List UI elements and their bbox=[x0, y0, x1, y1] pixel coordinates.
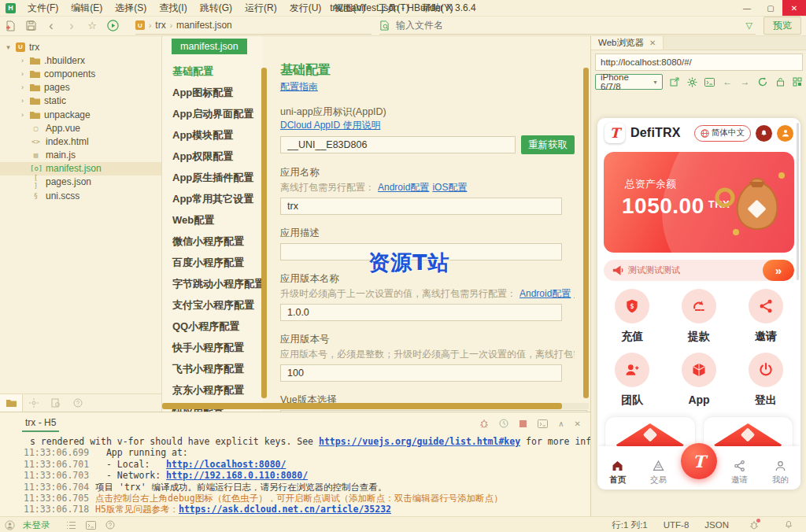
preview-button[interactable]: 预览 bbox=[763, 17, 801, 35]
collapse-icon[interactable]: ∧ bbox=[558, 419, 564, 428]
debug-icon[interactable] bbox=[479, 419, 489, 428]
caret-closed-icon[interactable]: › bbox=[19, 83, 26, 91]
tree-folder-static[interactable]: › static bbox=[0, 94, 161, 108]
menu-select[interactable]: 选择(S) bbox=[109, 2, 153, 15]
recharge-button[interactable]: $ 充值 bbox=[599, 289, 666, 344]
menu-run[interactable]: 运行(R) bbox=[238, 2, 283, 15]
section-base-config[interactable]: 基础配置 bbox=[162, 61, 263, 82]
profile-button[interactable] bbox=[777, 125, 793, 142]
search-panel-icon[interactable] bbox=[45, 394, 67, 412]
android-config-link[interactable]: Android配置 bbox=[519, 288, 571, 299]
console-link[interactable]: https://ask.dcloud.net.cn/article/35232 bbox=[179, 504, 391, 515]
console-log[interactable]: s rendered with v-for should have explic… bbox=[0, 432, 590, 515]
app-download-button[interactable]: App bbox=[666, 353, 733, 408]
menu-file[interactable]: 文件(F) bbox=[21, 2, 65, 15]
login-status[interactable]: 未登录 bbox=[23, 519, 50, 531]
tree-file-pages-json[interactable]: [ ] pages.json bbox=[0, 175, 161, 189]
section-web-config[interactable]: Web配置 bbox=[162, 209, 263, 231]
history-icon[interactable] bbox=[499, 419, 508, 428]
refresh-appid-button[interactable]: 重新获取 bbox=[521, 135, 575, 154]
close-button[interactable]: ✕ bbox=[782, 0, 806, 16]
section-weixin-mp[interactable]: 微信小程序配置 bbox=[162, 231, 263, 252]
section-app-splash[interactable]: App启动界面配置 bbox=[162, 103, 263, 124]
web-browser-tab[interactable]: Web浏览器 ✕ bbox=[591, 35, 664, 50]
appid-doc-link[interactable]: DCloud AppID 使用说明 bbox=[280, 120, 380, 131]
notice-more-button[interactable]: » bbox=[763, 260, 794, 281]
breadcrumb[interactable]: U › trx › manifest.json bbox=[135, 17, 372, 35]
plugins-icon[interactable] bbox=[105, 520, 115, 530]
caret-open-icon[interactable]: ▾ bbox=[5, 43, 12, 51]
debug-status-icon[interactable] bbox=[749, 520, 759, 530]
caret-closed-icon[interactable]: › bbox=[19, 70, 26, 78]
tab-invite[interactable]: 邀请 bbox=[719, 459, 760, 486]
section-kuaishou-mp[interactable]: 快手小程序配置 bbox=[162, 337, 263, 358]
help-panel-icon[interactable] bbox=[67, 394, 89, 412]
section-app-icon[interactable]: App图标配置 bbox=[162, 82, 263, 103]
stop-icon[interactable] bbox=[519, 419, 527, 428]
ios-config-link[interactable]: iOS配置 bbox=[574, 288, 575, 299]
browser-forward-icon[interactable]: → bbox=[740, 76, 750, 87]
new-file-icon[interactable] bbox=[0, 20, 20, 31]
section-feishu-mp[interactable]: 飞书小程序配置 bbox=[162, 358, 263, 379]
tab-mine[interactable]: 我的 bbox=[760, 459, 800, 486]
team-button[interactable]: 团队 bbox=[599, 353, 666, 408]
console-link[interactable]: https://vuejs.org/guide/list.html#key bbox=[319, 436, 520, 447]
config-list-scrollbar[interactable] bbox=[261, 68, 267, 398]
ios-config-link[interactable]: iOS配置 bbox=[432, 182, 467, 193]
section-app-permissions[interactable]: App权限配置 bbox=[162, 146, 263, 167]
notifications-button[interactable] bbox=[756, 125, 772, 142]
devtools-console-icon[interactable] bbox=[704, 78, 715, 87]
section-jd-mp[interactable]: 京东小程序配置 bbox=[162, 379, 263, 401]
withdraw-button[interactable]: 提款 bbox=[666, 289, 733, 344]
url-bar[interactable]: http://localhost:8080/#/ bbox=[595, 54, 803, 71]
caret-closed-icon[interactable]: › bbox=[19, 57, 26, 65]
settings-panel-icon[interactable] bbox=[23, 394, 45, 412]
close-console-icon[interactable]: ✕ bbox=[575, 419, 581, 428]
minimize-button[interactable]: — bbox=[735, 0, 759, 16]
logout-button[interactable]: 登出 bbox=[732, 353, 799, 408]
config-guide-link[interactable]: 配置指南 bbox=[280, 81, 318, 92]
maximize-button[interactable]: ▢ bbox=[759, 0, 782, 16]
outline-icon[interactable] bbox=[66, 521, 76, 530]
tron-logo-button[interactable]: T bbox=[681, 443, 717, 479]
section-app-misc[interactable]: App常用其它设置 bbox=[162, 188, 263, 209]
android-config-link[interactable]: Android配置 bbox=[378, 182, 429, 193]
filetype-indicator[interactable]: JSON bbox=[704, 520, 729, 530]
manifest-json-tab[interactable]: manifest.json bbox=[172, 39, 247, 54]
section-alipay-mp[interactable]: 支付宝小程序配置 bbox=[162, 294, 263, 316]
console-link[interactable]: http://localhost:8080/ bbox=[166, 459, 286, 470]
tree-root-trx[interactable]: ▾ U trx bbox=[0, 40, 161, 54]
invite-button[interactable]: 邀请 bbox=[732, 289, 799, 344]
favorite-star-icon[interactable]: ☆ bbox=[82, 20, 102, 31]
tree-folder-unpackage[interactable]: › unpackage bbox=[0, 108, 161, 121]
file-search-input[interactable] bbox=[394, 19, 738, 31]
menu-goto[interactable]: 跳转(G) bbox=[194, 2, 238, 15]
app-name-input[interactable] bbox=[280, 198, 562, 215]
breadcrumb-project[interactable]: trx bbox=[155, 20, 165, 31]
section-bytedance-mp[interactable]: 字节跳动小程序配置 bbox=[162, 273, 263, 294]
section-app-modules[interactable]: App模块配置 bbox=[162, 124, 263, 146]
tree-folder-pages[interactable]: › pages bbox=[0, 81, 161, 94]
folder-panel-icon[interactable] bbox=[0, 394, 23, 412]
tree-file-uni-scss[interactable]: § uni.scss bbox=[0, 189, 161, 202]
console-tab-trx-h5[interactable]: trx - H5 bbox=[22, 417, 59, 432]
preview-scrollbar[interactable] bbox=[797, 123, 799, 280]
lock-icon[interactable] bbox=[775, 77, 785, 87]
encoding-indicator[interactable]: UTF-8 bbox=[664, 520, 690, 530]
tree-folder-hbuilderx[interactable]: › .hbuilderx bbox=[0, 54, 161, 67]
appid-input[interactable] bbox=[280, 136, 516, 153]
section-qq-mp[interactable]: QQ小程序配置 bbox=[162, 316, 263, 337]
browser-back-icon[interactable]: ← bbox=[722, 76, 732, 87]
tree-file-app-vue[interactable]: ▢ App.vue bbox=[0, 121, 161, 135]
account-icon[interactable] bbox=[5, 520, 15, 530]
run-icon[interactable] bbox=[102, 20, 123, 31]
bell-icon[interactable] bbox=[784, 520, 793, 530]
tab-trade[interactable]: 交易 bbox=[638, 459, 679, 486]
notice-marquee[interactable]: 测试测试测试 » bbox=[604, 260, 794, 281]
version-name-input[interactable] bbox=[280, 304, 562, 321]
menu-find[interactable]: 查找(I) bbox=[153, 2, 193, 15]
filter-icon[interactable]: ▽ bbox=[743, 20, 756, 31]
section-baidu-mp[interactable]: 百度小程序配置 bbox=[162, 252, 263, 273]
terminal-icon[interactable] bbox=[538, 419, 548, 428]
tree-folder-components[interactable]: › components bbox=[0, 67, 161, 80]
